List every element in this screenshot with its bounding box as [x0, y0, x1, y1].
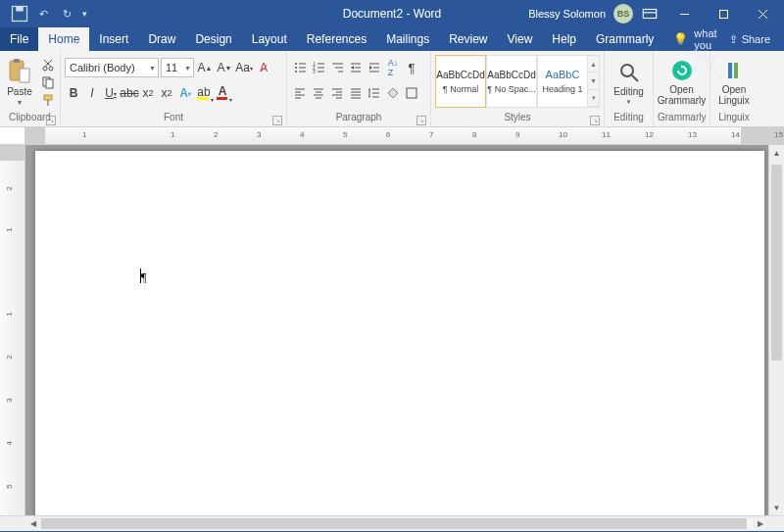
clear-formatting-button[interactable]: A̷	[255, 58, 272, 77]
shrink-font-button[interactable]: A▼	[216, 58, 233, 77]
open-linguix-button[interactable]: Open Linguix	[712, 55, 756, 110]
minimize-button[interactable]	[666, 0, 702, 27]
decrease-indent-button[interactable]	[347, 58, 365, 77]
tab-file[interactable]: File	[0, 27, 38, 51]
borders-button[interactable]	[403, 83, 420, 103]
strikethrough-button[interactable]: abc	[121, 83, 138, 103]
close-button[interactable]	[745, 0, 780, 27]
dialog-launcher-icon[interactable]: ↘	[416, 116, 426, 125]
ruler-row: 1 1 2 3 4 5 6 7 8 9 10 11 12 13 14 15	[0, 127, 784, 145]
tab-insert[interactable]: Insert	[89, 27, 138, 51]
vertical-scrollbar[interactable]: ▲ ▼	[768, 145, 784, 515]
scroll-up-icon[interactable]: ▲	[769, 145, 784, 161]
svg-rect-69	[728, 63, 732, 78]
font-color-button[interactable]: A▾	[214, 83, 231, 103]
increase-indent-button[interactable]	[366, 58, 383, 77]
group-paragraph: 123 A↓Z ¶ Paragraph↘	[287, 51, 431, 126]
copy-button[interactable]	[39, 74, 57, 90]
scroll-left-icon[interactable]: ◀	[25, 516, 41, 531]
tab-layout[interactable]: Layout	[242, 27, 297, 51]
font-name-combo[interactable]: Calibri (Body)▼	[65, 58, 159, 77]
highlight-button[interactable]: ab▾	[195, 83, 213, 103]
group-label-paragraph: Paragraph↘	[291, 112, 426, 126]
tab-design[interactable]: Design	[185, 27, 241, 51]
document-area[interactable]: ¶	[25, 145, 768, 515]
tab-grammarly[interactable]: Grammarly	[586, 27, 663, 51]
save-icon[interactable]	[10, 4, 29, 24]
cut-button[interactable]	[39, 57, 57, 73]
horizontal-scrollbar[interactable]: ◀ ▶	[25, 516, 768, 531]
tab-view[interactable]: View	[498, 27, 543, 51]
vertical-ruler[interactable]: 2 1 1 2 3 4 5	[0, 145, 25, 515]
undo-icon[interactable]: ↶	[33, 4, 53, 24]
change-case-button[interactable]: Aa▾	[235, 58, 253, 77]
ribbon-display-icon[interactable]	[641, 5, 659, 23]
italic-button[interactable]: I	[83, 83, 101, 103]
style-heading1[interactable]: AaBbC Heading 1	[537, 55, 588, 108]
open-grammarly-button[interactable]: Open Grammarly	[652, 55, 711, 110]
line-spacing-button[interactable]	[366, 83, 383, 103]
multilevel-list-button[interactable]	[328, 58, 346, 77]
tab-help[interactable]: Help	[542, 27, 586, 51]
tab-references[interactable]: References	[297, 27, 376, 51]
styles-gallery-more[interactable]: ▲▼▾	[588, 55, 600, 108]
dialog-launcher-icon[interactable]: ↘	[590, 116, 600, 125]
grow-font-button[interactable]: A▲	[196, 58, 214, 77]
bullets-button[interactable]	[291, 58, 309, 77]
numbering-button[interactable]: 123	[310, 58, 327, 77]
maximize-button[interactable]	[706, 0, 741, 27]
user-avatar[interactable]: BS	[613, 4, 633, 24]
group-label-styles: Styles↘	[435, 112, 600, 126]
svg-rect-2	[643, 10, 657, 19]
group-label-clipboard: Clipboard↘	[4, 112, 56, 126]
dialog-launcher-icon[interactable]: ↘	[46, 116, 56, 125]
workspace: 2 1 1 2 3 4 5 ¶ ▲ ▼	[0, 145, 784, 515]
format-painter-button[interactable]	[39, 92, 57, 108]
window-title: Document2 - Word	[343, 7, 442, 21]
align-right-button[interactable]	[328, 83, 346, 103]
style-no-spacing[interactable]: AaBbCcDd ¶ No Spac...	[486, 55, 537, 108]
user-name[interactable]: Blessy Solomon	[528, 8, 606, 20]
tab-home[interactable]: Home	[38, 27, 89, 51]
tell-me-search[interactable]: 💡 Tell me what you want to do	[673, 27, 718, 51]
scroll-thumb[interactable]	[771, 165, 782, 361]
scroll-down-icon[interactable]: ▼	[769, 500, 784, 515]
show-hide-button[interactable]: ¶	[403, 58, 420, 77]
share-button[interactable]: ⇪ Share	[719, 27, 780, 51]
scroll-thumb[interactable]	[41, 518, 747, 529]
text-effects-button[interactable]: A▾	[176, 83, 194, 103]
svg-rect-16	[46, 79, 53, 88]
dialog-launcher-icon[interactable]: ↘	[272, 116, 282, 125]
qat-customize-icon[interactable]: ▾	[82, 9, 87, 19]
horizontal-ruler[interactable]: 1 1 2 3 4 5 6 7 8 9 10 11 12 13 14 15	[25, 127, 784, 145]
sort-button[interactable]: A↓Z	[384, 58, 402, 77]
svg-point-23	[295, 71, 297, 73]
svg-rect-10	[20, 69, 29, 82]
svg-marker-62	[368, 88, 370, 90]
superscript-button[interactable]: x2	[158, 83, 175, 103]
underline-button[interactable]: U▾	[102, 83, 120, 103]
align-left-button[interactable]	[291, 83, 309, 103]
group-label-grammarly: Grammarly	[658, 112, 706, 126]
document-name: Document2	[343, 7, 403, 21]
style-normal[interactable]: AaBbCcDd ¶ Normal	[435, 55, 486, 108]
font-size-combo[interactable]: 11▼	[161, 58, 194, 77]
tab-mailings[interactable]: Mailings	[376, 27, 439, 51]
svg-rect-64	[407, 88, 416, 98]
chevron-down-icon: ▼	[184, 65, 191, 72]
align-center-button[interactable]	[310, 83, 327, 103]
subscript-button[interactable]: x2	[139, 83, 157, 103]
editing-button[interactable]: Editing ▼	[608, 57, 650, 109]
ribbon: Paste ▼ Clipboard↘ Calibri (Body)▼ 11▼ A…	[0, 51, 784, 127]
page[interactable]: ¶	[35, 151, 764, 515]
tab-review[interactable]: Review	[439, 27, 497, 51]
tab-draw[interactable]: Draw	[138, 27, 185, 51]
lightbulb-icon: 💡	[673, 32, 688, 46]
paste-button[interactable]: Paste ▼	[4, 53, 35, 106]
scroll-right-icon[interactable]: ▶	[753, 516, 768, 531]
justify-button[interactable]	[347, 83, 365, 103]
redo-icon[interactable]: ↻	[57, 4, 76, 24]
bold-button[interactable]: B	[65, 83, 82, 103]
share-icon: ⇪	[729, 33, 738, 46]
shading-button[interactable]	[384, 83, 402, 103]
